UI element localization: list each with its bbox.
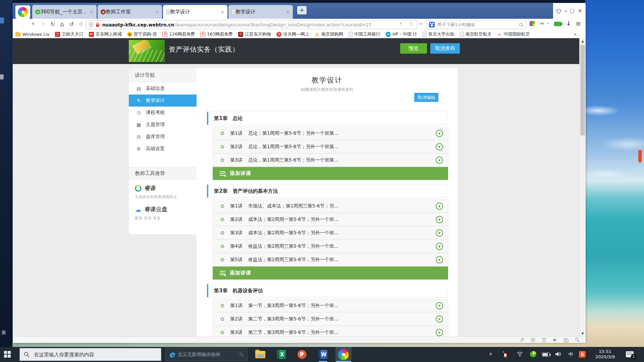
- browser-tab[interactable]: 360导航_一个主页，整个: [32, 5, 97, 19]
- taskbar-search-input[interactable]: [34, 352, 157, 358]
- bookmark-item[interactable]: 京东网上商城: [89, 31, 122, 37]
- taskbar-word[interactable]: W: [315, 347, 331, 362]
- bookmark-item[interactable]: 卫岗天天订: [55, 31, 84, 37]
- expand-caret-icon[interactable]: [436, 157, 443, 164]
- back-button[interactable]: [29, 19, 37, 27]
- extension-bolt-icon[interactable]: [399, 21, 402, 26]
- mute-speaker-icon[interactable]: [553, 338, 557, 342]
- minimize-button[interactable]: [565, 8, 567, 13]
- tab-close-icon[interactable]: [220, 9, 224, 15]
- scissors-dropdown-icon[interactable]: [547, 22, 549, 25]
- add-lecture-button[interactable]: 添加讲课: [213, 167, 448, 180]
- input-method-indicator[interactable]: 中: [569, 351, 574, 358]
- browser-search-input[interactable]: [437, 22, 519, 27]
- bookmark-item[interactable]: 中国工商银行: [348, 31, 380, 37]
- tool-promo[interactable]: 睿课云盘 极速 安全 专业: [129, 201, 197, 222]
- restore-session-button[interactable]: [67, 21, 75, 27]
- lecture-row[interactable]: 第4讲 收益法；第2周周三第5-6节；另外一个班...: [213, 240, 448, 253]
- scroll-down-icon[interactable]: [580, 332, 586, 335]
- sidebar-item[interactable]: 主题管理: [129, 119, 197, 131]
- sidebar-item[interactable]: 题库管理: [129, 131, 197, 143]
- sidebar-item[interactable]: 课程考核: [129, 107, 197, 119]
- bookmark-page-icon[interactable]: [409, 21, 413, 27]
- bookmark-item[interactable]: 当当网—网上: [276, 31, 309, 37]
- taskbar-clock[interactable]: 15:51 2020/3/9: [591, 349, 619, 360]
- tray-chevron-icon[interactable]: [489, 351, 492, 356]
- screenshot-scissors-icon[interactable]: [540, 20, 544, 27]
- bookmark-item[interactable]: 苏宁易购-苏: [127, 31, 157, 37]
- taskbar-search-box[interactable]: [19, 348, 161, 361]
- address-bar[interactable]: nuaaotp-kfkc.cep.webtrn.cn/learnspace/co…: [86, 20, 417, 29]
- scroll-up-icon[interactable]: [580, 40, 586, 43]
- taskbar-file-explorer[interactable]: [252, 347, 268, 362]
- bookmark-item[interactable]: 江苏东方购物: [238, 31, 271, 37]
- browser-tab[interactable]: 教学设计: [163, 5, 227, 19]
- favorite-star-button[interactable]: [77, 21, 85, 27]
- expand-caret-icon[interactable]: [436, 256, 443, 263]
- bookmark-item[interactable]: 163网易免费: [200, 31, 233, 37]
- lecture-row[interactable]: 第1讲 总论；第1周周一第5-6节；另外一个班第...: [213, 127, 448, 140]
- cancel-edit-button[interactable]: 取消编辑: [414, 93, 438, 102]
- bookmark-item[interactable]: HP - 中国 计: [386, 31, 417, 37]
- security-360-tray-icon[interactable]: [530, 351, 536, 357]
- bookmark-item[interactable]: 126网易免费: [162, 31, 195, 37]
- refresh-button[interactable]: [49, 21, 57, 27]
- browser-search-box[interactable]: [426, 20, 527, 29]
- qq-tray-icon[interactable]: [502, 351, 508, 357]
- site-shield-icon[interactable]: [89, 22, 93, 27]
- trash-icon[interactable]: [542, 338, 546, 342]
- tab-close-icon[interactable]: [155, 9, 159, 15]
- close-button[interactable]: [578, 8, 582, 14]
- url-dropdown-icon[interactable]: [419, 21, 422, 26]
- taskbar-excel[interactable]: X: [273, 347, 289, 362]
- preview-button[interactable]: 预览: [400, 43, 427, 54]
- lecture-row[interactable]: 第2讲 成本法；第2周周一第5-6节；另外一个班...: [213, 213, 448, 226]
- tool-promo[interactable]: 睿课 为高效录制精美视频而生: [129, 180, 197, 201]
- bookmark-item[interactable]: Windows Liv: [15, 32, 50, 37]
- lecture-row[interactable]: 第2讲 第二节，第3周周一第5-6节；另外一个班...: [213, 312, 448, 325]
- scrollbar-thumb[interactable]: [580, 45, 585, 135]
- bookmark-item[interactable]: 复旦大学出版: [423, 31, 454, 37]
- lecture-row[interactable]: 第3讲 成本法；第2周周一第5-6节；另外一个班...: [213, 226, 448, 239]
- action-center-icon[interactable]: 2: [626, 351, 634, 357]
- battery-tray-icon[interactable]: [542, 353, 550, 357]
- lecture-row[interactable]: 第1讲 第一节，第3周周一第5-6节；另外一个班...: [213, 299, 448, 312]
- new-tab-button[interactable]: +: [297, 6, 307, 14]
- split-window-icon[interactable]: [564, 338, 569, 342]
- lecture-row[interactable]: 第1讲 市场法、成本法；第1周周三第5-6节；另...: [213, 199, 448, 213]
- sidebar-item[interactable]: 高级设置: [129, 143, 197, 155]
- search-magnifier-icon[interactable]: [519, 22, 524, 27]
- expand-caret-icon[interactable]: [436, 130, 443, 137]
- bookmark-item[interactable]: 南京航空航天: [460, 31, 492, 37]
- browser-tab[interactable]: 教师工作室: [98, 5, 162, 19]
- home-button[interactable]: [58, 20, 66, 27]
- search-engine-icon[interactable]: [429, 22, 435, 27]
- tab-close-icon[interactable]: [286, 9, 290, 15]
- lecture-row[interactable]: 第3讲 第三节，第3周周一第5-6节；另外一个班...: [213, 326, 448, 337]
- unpublish-button[interactable]: 取消发布: [430, 43, 460, 54]
- pin-icon[interactable]: [520, 338, 524, 342]
- bookmark-item[interactable]: 南京团购网: [315, 31, 343, 37]
- taskbar-powerpoint[interactable]: P: [294, 347, 310, 362]
- page-scrollbar[interactable]: [579, 38, 586, 337]
- expand-caret-icon[interactable]: [436, 315, 443, 323]
- app-grid-icon[interactable]: [530, 21, 535, 26]
- theme-shirt-icon[interactable]: [556, 9, 561, 13]
- menu-icon[interactable]: [576, 20, 581, 27]
- news-widget[interactable]: e 北京无新增确诊病例: [165, 348, 248, 361]
- browser-medal-icon[interactable]: [554, 22, 561, 26]
- add-lecture-button[interactable]: 添加讲课: [213, 266, 448, 280]
- speaker-tray-icon[interactable]: [555, 351, 561, 357]
- browser-logo-button[interactable]: [15, 5, 30, 19]
- zoom-icon[interactable]: [575, 338, 580, 342]
- tab-close-icon[interactable]: [90, 9, 94, 15]
- forward-button[interactable]: [39, 19, 47, 27]
- maximize-button[interactable]: [570, 8, 575, 13]
- downloads-icon[interactable]: [566, 20, 571, 27]
- expand-caret-icon[interactable]: [436, 302, 443, 309]
- expand-caret-icon[interactable]: [436, 143, 443, 150]
- expand-caret-icon[interactable]: [436, 229, 443, 237]
- lecture-row[interactable]: 第2讲 总论，第1周周一第5-6节；另外一个班第...: [213, 140, 448, 153]
- expand-caret-icon[interactable]: [436, 202, 443, 210]
- lecture-row[interactable]: 第3讲 总论，第1周周三第5-6节；另外一个班第...: [213, 154, 448, 167]
